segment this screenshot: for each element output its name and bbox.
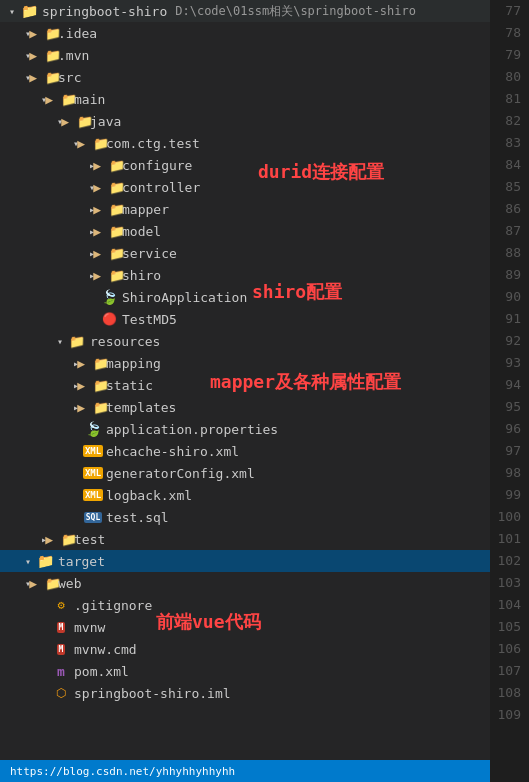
file-icon: ▶ 📁 (52, 530, 70, 548)
line-number: 78 (498, 22, 521, 44)
line-number: 90 (498, 286, 521, 308)
file-icon: m (52, 662, 70, 680)
tree-row[interactable]: 📁target (0, 550, 490, 572)
file-icon: ▶ 📁 (36, 46, 54, 64)
item-label: mapping (106, 356, 161, 371)
tree-row[interactable]: ⚙.gitignore (0, 594, 490, 616)
tree-row[interactable]: ▶ 📁src (0, 66, 490, 88)
line-number: 104 (498, 594, 521, 616)
tree-row[interactable]: XMLehcache-shiro.xml (0, 440, 490, 462)
tree-row[interactable]: XMLgeneratorConfig.xml (0, 462, 490, 484)
item-label: shiro (122, 268, 161, 283)
line-number: 99 (498, 484, 521, 506)
line-number: 84 (498, 154, 521, 176)
tree-row[interactable]: mpom.xml (0, 660, 490, 682)
tree-arrow (20, 556, 36, 567)
file-icon: ▶ 📁 (68, 112, 86, 130)
tree-row[interactable]: Mmvnw.cmd (0, 638, 490, 660)
line-number: 92 (498, 330, 521, 352)
tree-row[interactable]: XMLlogback.xml (0, 484, 490, 506)
tree-row[interactable]: ▶ 📁configure (0, 154, 490, 176)
file-icon: XML (84, 464, 102, 482)
file-icon: ▶ 📁 (36, 24, 54, 42)
item-label: templates (106, 400, 176, 415)
tree-row[interactable]: 🍃application.properties (0, 418, 490, 440)
line-number: 105 (498, 616, 521, 638)
file-icon: 🍃 (84, 420, 102, 438)
item-label: springboot-shiro.iml (74, 686, 231, 701)
file-icon: ▶ 📁 (36, 68, 54, 86)
tree-row[interactable]: 📁resources (0, 330, 490, 352)
file-icon: ▶ 📁 (52, 90, 70, 108)
item-label: model (122, 224, 161, 239)
item-label: src (58, 70, 81, 85)
item-label: test.sql (106, 510, 169, 525)
tree-row[interactable]: ▶ 📁model (0, 220, 490, 242)
status-url: https://blog.csdn.net/yhhyhhyhhyhh (10, 765, 235, 778)
line-number: 81 (498, 88, 521, 110)
line-number: 85 (498, 176, 521, 198)
file-icon: ▶ 📁 (84, 354, 102, 372)
tree-row[interactable]: ▶ 📁static (0, 374, 490, 396)
tree-row[interactable]: ▶ 📁com.ctg.test (0, 132, 490, 154)
tree-row[interactable]: 📁springboot-shiroD:\code\01ssm相关\springb… (0, 0, 490, 22)
item-label: com.ctg.test (106, 136, 200, 151)
item-label: .gitignore (74, 598, 152, 613)
file-icon: M (52, 640, 70, 658)
item-label: main (74, 92, 105, 107)
file-icon: ▶ 📁 (100, 244, 118, 262)
item-label: mvnw (74, 620, 105, 635)
tree-row[interactable]: ▶ 📁.mvn (0, 44, 490, 66)
file-icon: XML (84, 486, 102, 504)
line-number: 97 (498, 440, 521, 462)
item-label: static (106, 378, 153, 393)
item-label: resources (90, 334, 160, 349)
line-number: 108 (498, 682, 521, 704)
tree-row[interactable]: ▶ 📁templates (0, 396, 490, 418)
line-number: 106 (498, 638, 521, 660)
tree-row[interactable]: ⬡springboot-shiro.iml (0, 682, 490, 704)
file-icon: ▶ 📁 (84, 398, 102, 416)
line-number: 95 (498, 396, 521, 418)
tree-row[interactable]: ▶ 📁controller (0, 176, 490, 198)
tree-row[interactable]: ▶ 📁.idea (0, 22, 490, 44)
tree-row[interactable]: SQLtest.sql (0, 506, 490, 528)
tree-row[interactable]: Mmvnw (0, 616, 490, 638)
tree-row[interactable]: 🔴TestMD5 (0, 308, 490, 330)
tree-row[interactable]: ▶ 📁test (0, 528, 490, 550)
file-icon: ▶ 📁 (100, 266, 118, 284)
item-extra: D:\code\01ssm相关\springboot-shiro (175, 3, 416, 20)
line-number: 93 (498, 352, 521, 374)
file-icon: 📁 (68, 332, 86, 350)
tree-row[interactable]: ▶ 📁web (0, 572, 490, 594)
line-number: 96 (498, 418, 521, 440)
item-label: ehcache-shiro.xml (106, 444, 239, 459)
tree-row[interactable]: ▶ 📁main (0, 88, 490, 110)
tree-row[interactable]: 🍃ShiroApplication (0, 286, 490, 308)
tree-row[interactable]: ▶ 📁shiro (0, 264, 490, 286)
file-icon: 🍃 (100, 288, 118, 306)
item-label: configure (122, 158, 192, 173)
line-numbers: 7778798081828384858687888990919293949596… (490, 0, 529, 782)
file-icon: 📁 (20, 2, 38, 20)
line-number: 102 (498, 550, 521, 572)
line-number: 88 (498, 242, 521, 264)
item-label: .idea (58, 26, 97, 41)
item-label: target (58, 554, 105, 569)
tree-row[interactable]: ▶ 📁mapping (0, 352, 490, 374)
tree-row[interactable]: ▶ 📁mapper (0, 198, 490, 220)
file-icon: M (52, 618, 70, 636)
tree-row[interactable]: ▶ 📁service (0, 242, 490, 264)
item-label: pom.xml (74, 664, 129, 679)
file-icon: 📁 (36, 552, 54, 570)
file-tree: 📁springboot-shiroD:\code\01ssm相关\springb… (0, 0, 490, 782)
file-icon: ▶ 📁 (100, 178, 118, 196)
item-label: mvnw.cmd (74, 642, 137, 657)
item-label: test (74, 532, 105, 547)
file-icon: 🔴 (100, 310, 118, 328)
item-label: controller (122, 180, 200, 195)
item-label: java (90, 114, 121, 129)
status-bar: https://blog.csdn.net/yhhyhhyhhyhh (0, 760, 490, 782)
tree-row[interactable]: ▶ 📁java (0, 110, 490, 132)
line-number: 107 (498, 660, 521, 682)
